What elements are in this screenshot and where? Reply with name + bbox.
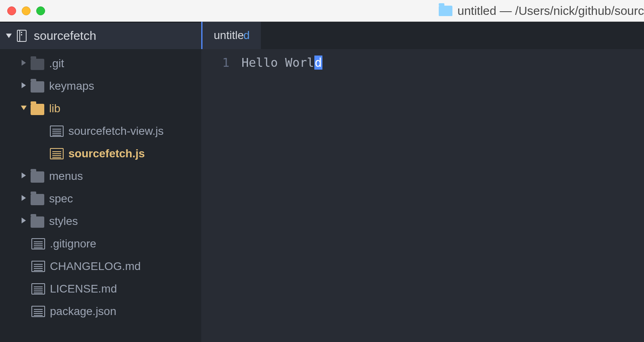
tree-file-gitignore[interactable]: .gitignore <box>0 233 201 255</box>
svg-rect-2 <box>21 32 22 33</box>
code-text: Hello Worl <box>242 56 314 70</box>
tree-item-label: lib <box>49 102 60 115</box>
tab-untitled[interactable]: untitled <box>201 22 261 49</box>
folder-icon <box>31 81 44 93</box>
tree-folder-lib[interactable]: lib <box>0 97 201 120</box>
folder-icon <box>31 216 44 228</box>
tree-folder-keymaps[interactable]: keymaps <box>0 75 201 97</box>
code-area[interactable]: Hello World <box>242 49 644 342</box>
tree-item-label: sourcefetch.js <box>68 147 145 160</box>
tree-item-label: sourcefetch-view.js <box>68 125 164 138</box>
editor-pane: untitled 1 Hello World <box>201 22 644 342</box>
tree-file-license[interactable]: LICENSE.md <box>0 278 201 300</box>
tree-item-label: package.json <box>50 305 116 318</box>
folder-icon <box>31 59 44 70</box>
tree-folder-git[interactable]: .git <box>0 52 201 75</box>
selection: d <box>314 56 322 70</box>
file-icon <box>50 148 64 159</box>
code-line-1[interactable]: Hello World <box>242 56 644 70</box>
file-icon <box>31 283 45 295</box>
close-window-button[interactable] <box>7 6 16 15</box>
folder-icon <box>31 194 44 205</box>
tree-item-label: styles <box>49 215 78 228</box>
window-titlebar: untitled — /Users/nick/github/sourc <box>0 0 644 22</box>
window-title: untitled — /Users/nick/github/sourc <box>439 0 644 21</box>
chevron-down-icon <box>19 103 29 114</box>
file-icon <box>31 238 45 249</box>
chevron-right-icon <box>19 81 29 91</box>
folder-icon <box>31 104 44 115</box>
line-number: 1 <box>201 56 229 70</box>
traffic-lights <box>0 6 45 15</box>
tab-bar: untitled <box>201 22 644 49</box>
editor-body[interactable]: 1 Hello World <box>201 49 644 342</box>
repo-icon <box>16 29 28 42</box>
tree-item-label: CHANGELOG.md <box>50 260 141 273</box>
file-icon <box>50 126 64 137</box>
chevron-down-icon <box>3 29 14 42</box>
project-name: sourcefetch <box>34 29 96 43</box>
svg-rect-3 <box>21 34 22 35</box>
tree-file-sourcefetch[interactable]: sourcefetch.js <box>0 142 201 165</box>
chevron-right-icon <box>19 171 29 181</box>
tree-item-label: .git <box>49 57 64 70</box>
tree-item-label: keymaps <box>49 80 94 93</box>
chevron-right-icon <box>19 58 29 69</box>
project-root[interactable]: sourcefetch <box>0 22 201 49</box>
modified-indicator: d <box>244 29 250 42</box>
tree-item-label: menus <box>49 170 83 183</box>
document-folder-icon <box>439 6 452 16</box>
tree-folder-spec[interactable]: spec <box>0 187 201 210</box>
tree-file-sourcefetch-view[interactable]: sourcefetch-view.js <box>0 120 201 142</box>
chevron-right-icon <box>19 216 29 227</box>
tree-item-label: spec <box>49 192 73 205</box>
tree-item-label: .gitignore <box>50 237 96 250</box>
tree-file-package-json[interactable]: package.json <box>0 300 201 323</box>
tab-label: untitle <box>214 29 244 42</box>
file-tree: .git keymaps lib sourcefetch-view.js sou… <box>0 49 201 323</box>
chevron-right-icon <box>19 194 29 204</box>
file-icon <box>31 306 45 317</box>
tree-file-changelog[interactable]: CHANGELOG.md <box>0 255 201 278</box>
project-sidebar: sourcefetch .git keymaps lib sourcefetch… <box>0 22 201 342</box>
window-title-text: untitled — /Users/nick/github/sourc <box>457 4 644 18</box>
file-icon <box>31 261 45 272</box>
folder-icon <box>31 171 44 183</box>
gutter: 1 <box>201 49 242 342</box>
minimize-window-button[interactable] <box>22 6 31 15</box>
tree-folder-menus[interactable]: menus <box>0 165 201 187</box>
zoom-window-button[interactable] <box>36 6 45 15</box>
tree-folder-styles[interactable]: styles <box>0 210 201 233</box>
tree-item-label: LICENSE.md <box>50 282 117 295</box>
